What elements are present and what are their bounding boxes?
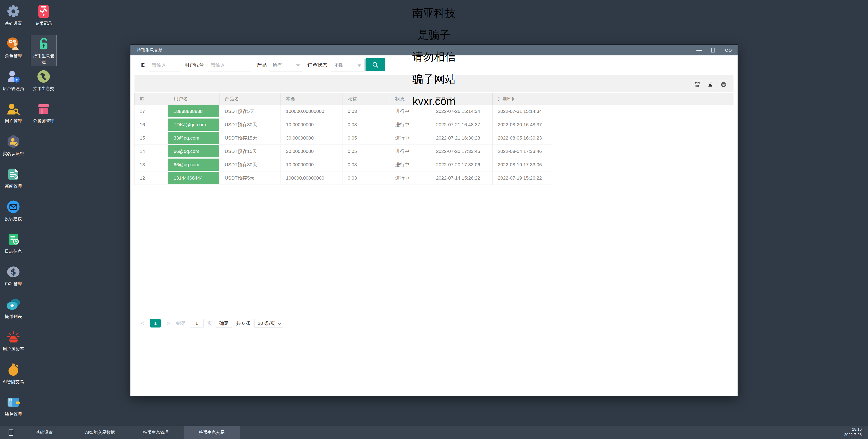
desktop-icon-log-info[interactable]: 日志信息 — [0, 230, 26, 261]
desktop-icon-user-management[interactable]: 用户管理 — [0, 100, 26, 131]
svg-text:$: $ — [11, 267, 16, 276]
desktop-icon-settings[interactable]: 基础设置 — [0, 2, 26, 33]
cell-trade_time: 2022-07-20 17:33:06 — [431, 158, 493, 171]
cell-profit: 0.08 — [342, 158, 390, 171]
taskbar-tab-3[interactable]: 持币生息管理 — [128, 426, 184, 439]
desktop-icon-currency-management[interactable]: $币种管理 — [0, 263, 26, 294]
page-1-button[interactable]: 1 — [150, 319, 161, 327]
cell-profit: 0.05 — [342, 145, 390, 158]
cell-status: 进行中 — [390, 171, 431, 184]
desktop-icon-kyc-management[interactable]: 实名认证管 — [0, 133, 26, 164]
table-row: 1366@qq.comUSDT预存30天10.000000000.08进行中20… — [134, 158, 553, 171]
divider — [134, 316, 734, 316]
kyc-management-icon — [6, 134, 21, 149]
product-select[interactable]: 所有 — [269, 59, 303, 71]
desktop-icon-analyst-management[interactable]: 分析师管理 — [31, 100, 57, 131]
window-titlebar[interactable]: 持币生息交易 — [130, 45, 738, 55]
close-button[interactable] — [723, 45, 735, 55]
jump-suffix-label: 页 — [207, 320, 212, 326]
prev-page-button[interactable]: < — [140, 320, 145, 327]
desktop-icon-news-management[interactable]: 新闻管理 — [0, 165, 26, 196]
desktop-icon-backend-admin[interactable]: 后台管理员 — [0, 67, 26, 98]
cell-profit: 0.03 — [342, 105, 390, 118]
print-button[interactable] — [719, 80, 728, 89]
pagination: < 1 > 到第 页 确定 共 6 条 20 条/页 — [140, 318, 283, 328]
cell-trade_time: 2022-07-20 17:33:46 — [431, 145, 493, 158]
cell-profit: 0.08 — [342, 118, 390, 131]
column-header: 到期时间 — [493, 93, 553, 105]
cell-trade_time: 2022-07-26 15:14:34 — [431, 105, 493, 118]
cell-profit: 0.05 — [342, 131, 390, 145]
cell-id: 15 — [134, 131, 168, 145]
news-management-icon — [6, 167, 21, 182]
export-button[interactable] — [706, 80, 715, 89]
cell-id: 12 — [134, 171, 168, 184]
cell-principal: 100000.00000000 — [281, 171, 342, 184]
desktop-icon-withdraw-list[interactable]: 提币列表 — [0, 295, 26, 327]
maximize-icon — [711, 48, 715, 53]
cell-product: USDT预存5天 — [219, 171, 281, 184]
columns-toggle-button[interactable] — [693, 80, 702, 89]
clock-time: 15:16 — [844, 427, 862, 432]
order-status-select[interactable]: 不限 — [331, 59, 365, 71]
maximize-button[interactable] — [708, 45, 717, 55]
account-filter-label: 用户账号 — [184, 59, 204, 71]
show-desktop-divider[interactable] — [864, 426, 864, 439]
desktop-icon-user-risk[interactable]: 用户风险率 — [0, 328, 26, 359]
cell-product: USDT预存30天 — [219, 118, 281, 131]
taskbar-clock: 15:16 2022-7-26 — [844, 427, 862, 438]
desktop-icon-wallet-management[interactable]: 钱包管理 — [0, 393, 26, 424]
search-button[interactable] — [366, 58, 385, 71]
desktop-icon-label: 钱包管理 — [5, 411, 22, 417]
start-button[interactable] — [8, 430, 13, 436]
column-header: 交易时间 — [431, 93, 493, 105]
page-size-select[interactable]: 20 条/页 — [254, 319, 283, 328]
minimize-button[interactable] — [694, 45, 704, 55]
taskbar-tab-2[interactable]: AI智能交易数据 — [72, 426, 128, 439]
columns-icon — [694, 82, 700, 88]
taskbar-tab-4[interactable]: 持币生息交易 — [184, 426, 240, 439]
ai-trade-icon — [6, 362, 21, 377]
desktop-icon-label: 提币列表 — [5, 314, 22, 319]
desktop-icon-hold-coin-trade[interactable]: 持币生息交 — [31, 67, 57, 98]
cell-expire_time: 2022-08-05 16:30:23 — [493, 131, 553, 145]
desktop-icon-recharge-record[interactable]: 充币记录 — [31, 2, 57, 33]
id-filter-input[interactable] — [149, 59, 180, 71]
print-icon — [721, 82, 726, 88]
next-page-button[interactable]: > — [166, 320, 170, 327]
product-filter-label: 产品 — [257, 59, 267, 71]
cell-status: 进行中 — [390, 131, 431, 145]
backend-admin-icon — [6, 69, 21, 84]
cell-principal: 30.00000000 — [281, 145, 342, 158]
desktop-icon-hold-coin-manage[interactable]: 持币生息管理 — [31, 35, 57, 66]
overlay-line: 是骗子 — [0, 28, 868, 41]
cell-user: 33@qq.com — [168, 131, 219, 145]
jump-page-input[interactable] — [190, 319, 204, 328]
confirm-button[interactable]: 确定 — [216, 319, 232, 328]
cell-status: 进行中 — [390, 145, 431, 158]
account-filter-input[interactable] — [208, 59, 251, 71]
product-select-value: 所有 — [273, 62, 282, 68]
table-row: 1533@qq.comUSDT预存15天30.000000000.05进行中20… — [134, 131, 553, 145]
column-header: 收益 — [342, 93, 390, 105]
hold-coin-manage-icon — [36, 36, 51, 51]
cell-trade_time: 2022-07-14 15:26:22 — [431, 171, 493, 184]
desktop-icon-label: 日志信息 — [5, 248, 22, 254]
cell-trade_time: 2022-07-21 16:48:37 — [431, 118, 493, 131]
cell-product: USDT预存30天 — [219, 158, 281, 171]
desktop-icon-role-management[interactable]: 角色管理 — [0, 35, 26, 66]
cell-user: 66@qq.com — [168, 145, 219, 158]
order-status-select-value: 不限 — [334, 62, 344, 68]
desktop-icon-label: 币种管理 — [5, 281, 22, 287]
cell-id: 17 — [134, 105, 168, 118]
column-header: 用户名 — [168, 93, 219, 105]
taskbar-tab-1[interactable]: 基础设置 — [16, 426, 72, 439]
cell-status: 进行中 — [390, 105, 431, 118]
cell-expire_time: 2022-07-31 15:14:34 — [493, 105, 553, 118]
settings-icon — [6, 4, 21, 19]
desktop-icon-label: 充币记录 — [35, 21, 52, 26]
desktop-icon-ai-trade[interactable]: AI智能交易 — [0, 360, 26, 392]
cell-id: 13 — [134, 158, 168, 171]
desktop-icon-complaint-suggest[interactable]: 投诉建议 — [0, 198, 26, 229]
role-management-icon — [6, 36, 21, 51]
